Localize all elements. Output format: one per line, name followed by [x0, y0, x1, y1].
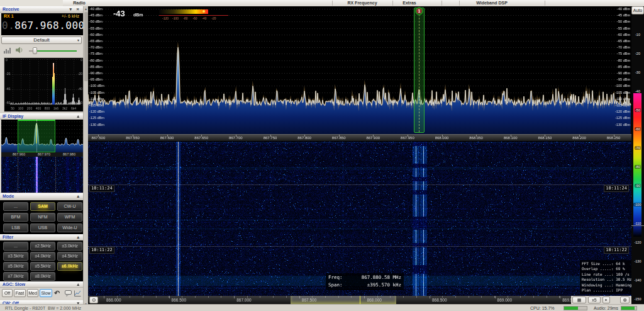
tuning-marker-circle[interactable]: 1	[415, 7, 423, 15]
filter-button--3-0khz[interactable]: ±3.0kHz	[57, 242, 82, 251]
filter-button--6-0khz[interactable]: ±6.0kHz	[57, 262, 82, 271]
meter-value: -43	[113, 9, 125, 18]
tuning-indicator-box[interactable]	[414, 8, 425, 133]
filter-collapse-icon[interactable]: ▴	[77, 234, 79, 240]
color-scale-label: -110	[631, 222, 644, 226]
agc-panel-header: AGC: Slow ▴	[0, 281, 83, 288]
agc-button-off[interactable]: Off	[2, 289, 13, 297]
if-display-header: IF Display ▴	[0, 113, 83, 120]
nav-thumbnail-button[interactable]: ▦	[572, 297, 586, 303]
color-scale-label: -70	[631, 146, 644, 150]
agc-button-slow[interactable]: Slow	[40, 289, 52, 297]
nav-axis-tick-label: 867.000	[236, 298, 252, 302]
spectrum-db-label: -85 dBm	[89, 64, 103, 69]
meter-scale: -120-100-80-60-40-20	[159, 16, 235, 21]
spectrum-frequency-axis[interactable]: 867.500867.550867.600867.650867.700867.7…	[88, 134, 631, 141]
menu-tab-strip	[0, 0, 63, 6]
mode-button-nfm[interactable]: NFM	[30, 213, 55, 222]
filter-button--5-0khz[interactable]: ±5.0kHz	[3, 262, 28, 271]
filter-button--7-0khz[interactable]: ±7.0kHz	[3, 272, 28, 281]
mode-button-wfm[interactable]: WFM	[57, 213, 82, 222]
profile-dropdown-value: Default	[2, 37, 81, 43]
audio-spectrum-panel: 0-20-40-60 0-20-40-60 501002004008001k63…	[4, 57, 84, 112]
spectrum-db-label: -115 dBm	[89, 103, 104, 108]
band-navigation-bar[interactable]: 866.000866.500867.000867.500868.000868.5…	[88, 296, 631, 304]
color-scale-label: -80	[631, 165, 644, 169]
undo-arrow-icon[interactable]: ↶	[54, 288, 60, 297]
audio-latency-bar	[621, 306, 637, 310]
waterfall-display[interactable]: 10:11:2410:11:2410:11:2210:11:22 Freq: 8…	[88, 142, 631, 296]
filter-button--4-5khz[interactable]: ±4.5kHz	[57, 252, 82, 261]
mode-button-bfm[interactable]: BFM	[3, 213, 28, 222]
receive-collapse-icon[interactable]: ▾	[69, 6, 72, 13]
menu-item-wideband-dsp[interactable]: Wideband DSP	[463, 0, 521, 6]
histogram-icon[interactable]	[4, 47, 11, 54]
spectrum-db-label: -45 dBm	[89, 13, 103, 18]
speaker-icon[interactable]	[16, 47, 24, 54]
audio-x-label: 100	[18, 106, 23, 110]
mode-button-usb[interactable]: USB	[30, 223, 55, 232]
mode-button-lsb[interactable]: LSB	[3, 223, 28, 232]
spectrum-db-axis-left: -40 dBm-45 dBm-50 dBm-55 dBm-60 dBm-65 d…	[88, 6, 107, 134]
menu-separator	[392, 1, 393, 6]
chart-icon[interactable]	[74, 290, 81, 297]
mode-panel-title: Mode	[3, 194, 14, 198]
spectrum-canvas[interactable]	[88, 6, 631, 134]
agc-collapse-icon[interactable]: ▴	[77, 281, 79, 288]
nav-play-button[interactable]: ▸	[602, 297, 610, 303]
agc-button-fast[interactable]: Fast	[14, 289, 26, 297]
profile-dropdown[interactable]: Default ▾	[1, 37, 82, 44]
if-axis-label: 867.980	[63, 152, 75, 157]
agc-button-med[interactable]: Med	[27, 289, 38, 297]
nav-center-button[interactable]: ⊙	[89, 297, 98, 303]
cpu-usage-label: CPU: 15.7%	[530, 306, 555, 310]
scrollbar-up-arrow[interactable]: ▲	[84, 6, 88, 11]
spectrum-db-label: -50 dBm	[617, 19, 630, 24]
menu-item-extras[interactable]: Extras	[395, 0, 424, 6]
filter-button--8-0khz[interactable]: ±8.0kHz	[30, 272, 55, 281]
frequency-display[interactable]: 0.867.968.000	[2, 20, 82, 31]
volume-slider[interactable]	[29, 47, 77, 54]
nav-view-highlight[interactable]	[291, 296, 396, 304]
waterfall-timestamp: 10:11:22	[89, 247, 114, 254]
filter-button--2-5khz[interactable]: ±2.5kHz	[30, 242, 55, 251]
mode-button-sam[interactable]: SAM	[30, 202, 55, 211]
spectrum-axis-tick-label: 868.250	[607, 136, 621, 140]
filter-button--[interactable]: ...	[3, 242, 28, 251]
filter-button--4-0khz[interactable]: ±4.0kHz	[30, 252, 55, 261]
meter-peak-dot	[203, 10, 205, 13]
spectrum-db-label: -65 dBm	[89, 38, 103, 43]
mode-button-wide-u[interactable]: Wide-U	[57, 223, 82, 232]
nav-axis-tick	[169, 296, 170, 298]
if-waterfall-canvas[interactable]	[1, 157, 84, 193]
if-display-collapse-icon[interactable]: ▴	[77, 113, 79, 120]
spectrum-axis-tick-label: 868.100	[504, 136, 518, 140]
menu-item-rx-frequency[interactable]: RX Frequency	[337, 0, 387, 6]
fft-info-row: Overlap .....: 69 %	[582, 266, 630, 271]
nav-zoom-button[interactable]: x5	[588, 297, 601, 303]
audio-latency-label: Audio: 29ms	[594, 306, 618, 310]
spectrum-display[interactable]: -40 dBm-45 dBm-50 dBm-55 dBm-60 dBm-65 d…	[88, 6, 631, 134]
color-scale-labels: -10-20-30-40-50-60-70-80-90-100-110-120-…	[631, 6, 644, 304]
signal-meter: -43 dBm -120-100-80-60-40-20	[111, 8, 274, 25]
if-frequency-axis: 867.960867.970867.980	[1, 152, 84, 157]
menu-item-radio[interactable]: Radio	[64, 0, 94, 6]
mode-button--[interactable]: ...	[3, 202, 28, 211]
spectrum-db-label: -90 dBm	[617, 71, 630, 76]
filter-button--5-5khz[interactable]: ±5.5kHz	[30, 262, 55, 271]
meter-red-line	[159, 15, 228, 16]
sidebar-scrollbar[interactable]: ▲ ▼	[83, 6, 88, 307]
mode-button-cw-u[interactable]: CW-U	[57, 202, 82, 211]
spectrum-db-label: -105 dBm	[615, 90, 630, 95]
receive-close-icon[interactable]: ×	[76, 6, 79, 13]
audio-y-label: -40	[78, 87, 82, 91]
volume-slider-thumb[interactable]	[33, 47, 37, 54]
nav-zoom-in-button[interactable]: ⊕	[620, 297, 630, 303]
color-scale-label: -120	[631, 240, 644, 245]
spectrum-axis-tick-label: 867.700	[229, 136, 243, 140]
mode-collapse-icon[interactable]: ▴	[77, 193, 79, 200]
if-spectrum-display[interactable]	[1, 120, 84, 152]
spectrum-db-label: -60 dBm	[617, 32, 630, 37]
chat-bubble-icon[interactable]	[65, 290, 72, 297]
filter-button--3-5khz[interactable]: ±3.5kHz	[3, 252, 28, 261]
